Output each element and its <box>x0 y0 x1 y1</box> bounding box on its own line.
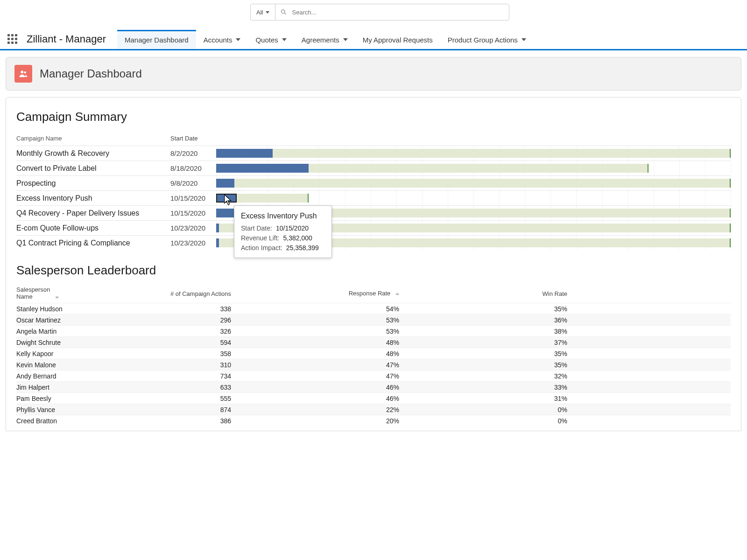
salesperson-name: Dwight Schrute <box>16 339 156 346</box>
tooltip-title: Excess Inventory Push <box>241 210 325 222</box>
campaign-name: Convert to Private Label <box>16 164 170 173</box>
win-rate: 32% <box>427 372 577 380</box>
win-rate: 33% <box>427 384 577 391</box>
campaign-bar[interactable] <box>216 146 731 161</box>
leaderboard-row[interactable]: Pam Beesly55546%31% <box>16 392 731 404</box>
col-salesperson-name[interactable]: Salesperson Name <box>16 287 156 300</box>
campaign-date: 8/2/2020 <box>170 149 216 157</box>
campaign-row[interactable]: Q1 Contract Pricing & Compliance10/23/20… <box>16 235 731 250</box>
bar-fill <box>216 149 273 158</box>
page-header: Manager Dashboard <box>6 57 741 91</box>
leaderboard-row[interactable]: Andy Bernard73447%32% <box>16 370 731 381</box>
win-rate: 0% <box>427 417 577 425</box>
salesperson-name: Phyllis Vance <box>16 406 156 413</box>
leaderboard-row[interactable]: Jim Halpert63346%33% <box>16 381 731 392</box>
campaign-date: 10/23/2020 <box>170 239 216 247</box>
leaderboard-row[interactable]: Kelly Kapoor35848%35% <box>16 348 731 359</box>
campaign-bar[interactable] <box>216 191 731 205</box>
campaign-name: Prospecting <box>16 179 170 188</box>
chevron-down-icon <box>282 38 287 41</box>
salesperson-name: Kevin Malone <box>16 361 156 369</box>
chevron-down-icon <box>521 38 526 41</box>
response-rate: 48% <box>278 350 427 357</box>
campaign-name: Excess Inventory Push <box>16 194 170 203</box>
campaign-row[interactable]: Prospecting9/8/2020 <box>16 175 731 190</box>
win-rate: 35% <box>427 350 577 357</box>
campaign-row[interactable]: E-com Quote Follow-ups10/23/2020 <box>16 220 731 235</box>
nav-tab-accounts[interactable]: Accounts <box>196 30 248 49</box>
app-launcher-icon[interactable] <box>7 34 17 44</box>
campaign-row[interactable]: Excess Inventory Push10/15/2020 <box>16 190 731 205</box>
col-response-rate[interactable]: Response Rate <box>278 290 427 297</box>
win-rate: 35% <box>427 361 577 369</box>
campaign-row[interactable]: Q4 Recovery - Paper Delivery Issues10/15… <box>16 205 731 220</box>
response-rate: 22% <box>278 406 427 413</box>
svg-point-3 <box>24 71 26 73</box>
chevron-down-icon <box>343 38 348 41</box>
campaign-bar[interactable] <box>216 161 731 175</box>
col-win-rate[interactable]: Win Rate <box>427 290 577 297</box>
campaign-row[interactable]: Monthly Growth & Recovery8/2/2020 <box>16 146 731 161</box>
col-header-name[interactable]: Campaign Name <box>16 135 170 142</box>
leaderboard-row[interactable]: Oscar Martinez29653%36% <box>16 314 731 325</box>
response-rate: 48% <box>278 339 427 346</box>
tooltip-row: Start Date:10/15/2020 <box>241 224 325 233</box>
campaign-date: 8/18/2020 <box>170 164 216 172</box>
win-rate: 37% <box>427 339 577 346</box>
leaderboard-row[interactable]: Dwight Schrute59448%37% <box>16 336 731 348</box>
leaderboard-row[interactable]: Angela Martin32653%38% <box>16 325 731 336</box>
leaderboard-header: Salesperson Name # of Campaign Actions R… <box>16 284 731 303</box>
leaderboard-row[interactable]: Kevin Malone31047%35% <box>16 359 731 370</box>
col-header-date[interactable]: Start Date <box>170 135 216 142</box>
svg-point-2 <box>21 70 23 73</box>
chevron-down-icon <box>266 11 269 14</box>
col-campaign-actions[interactable]: # of Campaign Actions <box>156 290 278 297</box>
global-search: All <box>250 4 509 21</box>
campaign-row[interactable]: Convert to Private Label8/18/2020 <box>16 161 731 175</box>
search-input[interactable] <box>292 9 505 16</box>
campaign-actions-count: 338 <box>156 305 278 313</box>
campaign-actions-count: 358 <box>156 350 278 357</box>
search-icon <box>280 8 287 16</box>
leaderboard-row[interactable]: Creed Bratton38620%0% <box>16 415 731 426</box>
response-rate: 53% <box>278 328 427 335</box>
nav-tab-agreements[interactable]: Agreements <box>294 30 355 49</box>
win-rate: 35% <box>427 305 577 313</box>
salesperson-name: Jim Halpert <box>16 384 156 391</box>
campaign-bar[interactable] <box>216 176 731 190</box>
search-box <box>275 4 509 20</box>
salesperson-name: Pam Beesly <box>16 395 156 402</box>
leaderboard-row[interactable]: Phyllis Vance87422%0% <box>16 404 731 415</box>
salesperson-name: Angela Martin <box>16 328 156 335</box>
tooltip-row: Action Impact:25,358,399 <box>241 243 325 253</box>
response-rate: 53% <box>278 316 427 324</box>
leaderboard-row[interactable]: Stanley Hudson33854%35% <box>16 303 731 314</box>
campaign-name: E-com Quote Follow-ups <box>16 224 170 232</box>
campaign-actions-count: 310 <box>156 361 278 369</box>
tooltip-row: Revenue Lift:5,382,000 <box>241 233 325 243</box>
campaign-actions-count: 633 <box>156 384 278 391</box>
search-scope-label: All <box>256 9 263 16</box>
win-rate: 38% <box>427 328 577 335</box>
win-rate: 36% <box>427 316 577 324</box>
content-card: Campaign Summary Campaign Name Start Dat… <box>6 97 741 431</box>
nav-bar: Zilliant - Manager Manager DashboardAcco… <box>0 29 747 50</box>
bar-fill <box>216 179 234 188</box>
campaign-actions-count: 874 <box>156 406 278 413</box>
response-rate: 20% <box>278 417 427 425</box>
win-rate: 0% <box>427 406 577 413</box>
bar-track <box>216 149 731 158</box>
nav-tab-manager-dashboard[interactable]: Manager Dashboard <box>117 30 196 49</box>
campaign-date: 9/8/2020 <box>170 179 216 187</box>
campaign-date: 10/23/2020 <box>170 224 216 232</box>
campaign-name: Q4 Recovery - Paper Delivery Issues <box>16 209 170 217</box>
campaign-actions-count: 386 <box>156 417 278 425</box>
campaign-date: 10/15/2020 <box>170 209 216 217</box>
search-scope-dropdown[interactable]: All <box>251 4 275 20</box>
nav-tab-product-group-actions[interactable]: Product Group Actions <box>440 30 534 49</box>
nav-tab-my-approval-requests[interactable]: My Approval Requests <box>355 30 440 49</box>
nav-tab-quotes[interactable]: Quotes <box>248 30 294 49</box>
campaign-date: 10/15/2020 <box>170 194 216 202</box>
bar-fill <box>216 224 219 232</box>
sort-icon <box>56 294 59 301</box>
